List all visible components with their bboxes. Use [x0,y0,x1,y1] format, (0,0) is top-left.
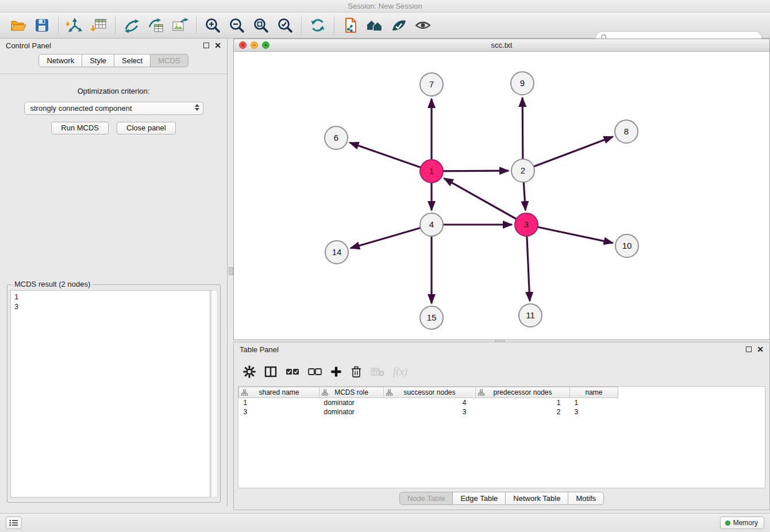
export-image-button[interactable] [168,14,192,36]
toolbar-separator [301,17,302,34]
network-window-titlebar[interactable]: × − + scc.txt [234,39,769,52]
select-all-button[interactable] [286,367,299,376]
close-table-panel-icon[interactable]: ✕ [757,346,764,353]
result-scrollbar[interactable] [211,290,218,498]
node-table-grid: shared name MCDS role successor nodes [238,387,618,417]
table-cell[interactable]: 1 [570,398,618,407]
column-header-name[interactable]: name [570,387,618,398]
node-3[interactable]: 3 [515,213,538,236]
tab-network-table[interactable]: Network Table [505,492,568,505]
column-header-predecessor-nodes[interactable]: predecessor nodes [476,387,570,398]
edge-1-6[interactable] [350,142,432,171]
control-panel-tabs: NetworkStyleSelectMCDS [0,53,227,68]
node-9[interactable]: 9 [511,72,534,95]
node-6[interactable]: 6 [325,126,348,149]
table-row[interactable]: 1dominator411 [239,398,618,407]
table-cell[interactable]: 4 [384,398,476,407]
table-cell[interactable]: 3 [384,407,476,417]
tab-style[interactable]: Style [82,54,114,67]
show-hide-button[interactable] [411,14,435,36]
node-4[interactable]: 4 [420,213,443,236]
zoom-selected-icon [277,17,293,33]
graphics-details-button[interactable] [387,14,411,36]
float-table-panel-icon[interactable] [746,346,752,352]
maximize-window-icon[interactable]: + [262,41,270,49]
close-panel-button[interactable]: Close panel [117,122,176,134]
table-cell[interactable]: dominator [319,407,384,417]
import-network-button[interactable] [63,14,87,36]
new-network-table-button[interactable] [144,14,168,36]
add-column-button[interactable] [330,366,342,377]
delete-column-button[interactable] [351,365,362,378]
close-window-icon[interactable]: × [239,41,247,49]
control-panel-title: Control Panel [6,41,51,50]
table-cell[interactable]: 1 [239,398,319,407]
zoom-selected-button[interactable] [273,14,297,36]
column-header-mcds-role[interactable]: MCDS role [319,387,384,398]
minimize-window-icon[interactable]: − [251,41,258,49]
save-session-button[interactable] [30,14,54,36]
unselect-all-button[interactable] [308,367,322,376]
edge-3-1[interactable] [444,178,526,225]
tab-node-table[interactable]: Node Table [399,492,453,505]
tab-motifs[interactable]: Motifs [568,492,604,505]
zoom-out-button[interactable] [225,14,249,36]
network-graph[interactable]: 1234678910111415 [234,52,769,340]
node-10[interactable]: 10 [615,234,638,257]
home-layout-button[interactable] [363,14,387,36]
zoom-in-button[interactable] [201,14,225,36]
attribute-icon [478,390,484,398]
settings-gear-button[interactable] [243,365,256,378]
open-session-button[interactable] [6,14,30,36]
node-14[interactable]: 14 [325,241,348,264]
node-2[interactable]: 2 [511,159,534,182]
tab-mcds[interactable]: MCDS [150,54,188,67]
edge-2-8[interactable] [523,137,613,171]
float-panel-icon[interactable] [203,43,209,48]
toolbar-separator [334,17,334,34]
close-panel-icon[interactable]: ✕ [214,42,221,49]
graphics-details-icon [391,18,407,33]
svg-text:3: 3 [524,219,529,229]
table-cell[interactable]: 3 [570,407,618,417]
tab-edge-table[interactable]: Edge Table [452,492,506,505]
node-15[interactable]: 15 [420,306,443,329]
table-row[interactable]: 3dominator323 [239,407,618,417]
function-builder-button[interactable]: f(x) [393,366,407,378]
zoom-fit-button[interactable] [249,14,273,36]
new-network-button[interactable] [120,14,144,36]
table-cell[interactable]: 2 [476,407,570,417]
column-selector-button[interactable] [264,366,277,377]
clone-network-button[interactable] [338,14,363,36]
edge-3-10[interactable] [526,225,613,243]
task-history-button[interactable] [6,516,22,529]
plus-icon [330,366,342,377]
tab-network[interactable]: Network [38,54,82,67]
zoom-in-icon [205,17,221,33]
memory-button[interactable]: Memory [720,516,764,529]
svg-text:7: 7 [429,79,434,89]
toolbar-separator [58,17,59,34]
import-table-icon [90,17,107,33]
node-8[interactable]: 8 [615,120,638,143]
table-cell[interactable]: 3 [239,407,319,417]
node-7[interactable]: 7 [420,73,443,96]
document-network-icon [342,17,359,34]
unselect-all-icon [308,367,322,376]
run-mcds-button[interactable]: Run MCDS [51,122,109,134]
node-11[interactable]: 11 [519,304,542,327]
column-header-successor-nodes[interactable]: successor nodes [384,387,476,398]
node-1[interactable]: 1 [420,160,443,183]
refresh-view-button[interactable] [306,14,330,36]
import-table-button[interactable] [87,14,111,36]
delete-table-button[interactable] [371,367,384,377]
tab-select[interactable]: Select [114,54,151,67]
table-cell[interactable]: 1 [476,398,570,407]
edge-4-14[interactable] [351,225,432,248]
table-cell[interactable]: dominator [319,398,384,407]
vertical-splitter-grip[interactable] [229,267,233,275]
svg-text:14: 14 [332,247,342,257]
mcds-result-text[interactable]: 1 3 [10,290,210,498]
optimization-criterion-select[interactable]: strongly connected component [24,102,203,115]
column-header-shared-name[interactable]: shared name [239,387,319,398]
